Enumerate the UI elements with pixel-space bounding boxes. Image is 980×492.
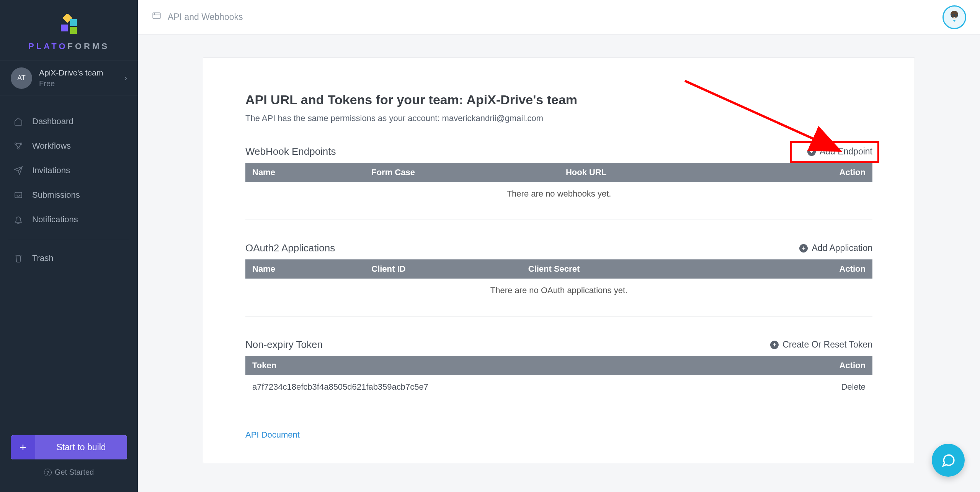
page-subtitle: The API has the same permissions as your… <box>245 113 872 123</box>
svg-point-6 <box>18 148 19 149</box>
col-action: Action <box>797 356 872 375</box>
send-icon <box>13 165 24 176</box>
logo-icon <box>59 14 79 36</box>
col-form-case: Form Case <box>364 163 559 182</box>
team-plan: Free <box>39 78 124 89</box>
sidebar-item-submissions[interactable]: Submissions <box>0 183 138 207</box>
trash-icon <box>13 253 24 264</box>
plus-icon: + <box>11 435 35 459</box>
oauth-empty: There are no OAuth applications yet. <box>245 279 872 302</box>
svg-rect-2 <box>61 25 68 31</box>
brand-logo[interactable]: PLATOFORMS <box>0 0 138 61</box>
team-name: ApiX-Drive's team <box>39 67 124 78</box>
sidebar-item-notifications[interactable]: Notifications <box>0 207 138 232</box>
api-settings-card: API URL and Tokens for your team: ApiX-D… <box>203 57 915 463</box>
col-name: Name <box>245 259 364 279</box>
col-client-secret: Client Secret <box>521 259 797 279</box>
chat-support-button[interactable] <box>932 444 965 477</box>
col-action: Action <box>797 259 872 279</box>
svg-point-4 <box>15 143 16 144</box>
nav-label: Trash <box>32 253 53 263</box>
webhooks-title: WebHook Endpoints <box>245 146 336 157</box>
token-table: Token Action a7f7234c18efcb3f4a8505d621f… <box>245 356 872 399</box>
oauth-section: OAuth2 Applications + Add Application Na… <box>245 242 872 317</box>
col-token: Token <box>245 356 797 375</box>
nav-label: Invitations <box>32 166 70 175</box>
get-started-link[interactable]: ?Get Started <box>11 468 127 477</box>
col-client-id: Client ID <box>364 259 521 279</box>
bell-icon <box>13 214 24 225</box>
add-application-button[interactable]: + Add Application <box>799 243 872 253</box>
home-icon <box>13 116 24 127</box>
topbar: API and Webhooks <box>138 0 980 34</box>
api-icon <box>152 11 162 23</box>
plus-circle-icon: + <box>799 244 808 253</box>
oauth-title: OAuth2 Applications <box>245 242 335 254</box>
sidebar: PLATOFORMS AT ApiX-Drive's team Free › D… <box>0 0 138 492</box>
col-hook-url: Hook URL <box>559 163 797 182</box>
start-to-build-button[interactable]: + Start to build <box>11 435 127 459</box>
svg-rect-3 <box>70 27 77 34</box>
delete-token-link[interactable]: Delete <box>841 382 866 392</box>
annotation-highlight-box <box>790 141 879 163</box>
nav-label: Notifications <box>32 215 78 225</box>
create-reset-token-button[interactable]: + Create Or Reset Token <box>770 339 872 350</box>
webhooks-section: WebHook Endpoints + Add Endpoint Name Fo… <box>245 146 872 220</box>
plus-circle-icon: + <box>770 341 779 349</box>
team-switcher[interactable]: AT ApiX-Drive's team Free › <box>0 61 138 95</box>
sidebar-item-trash[interactable]: Trash <box>0 246 138 271</box>
token-section: Non-expiry Token + Create Or Reset Token… <box>245 339 872 413</box>
token-title: Non-expiry Token <box>245 339 323 351</box>
token-value: a7f7234c18efcb3f4a8505d621fab359acb7c5e7 <box>245 375 797 399</box>
nav-label: Workflows <box>32 141 71 151</box>
svg-rect-1 <box>70 19 77 26</box>
api-document-link[interactable]: API Document <box>245 430 300 440</box>
oauth-table: Name Client ID Client Secret Action Ther… <box>245 259 872 302</box>
inbox-icon <box>13 190 24 200</box>
sidebar-item-workflows[interactable]: Workflows <box>0 134 138 158</box>
page-title: API URL and Tokens for your team: ApiX-D… <box>245 92 872 107</box>
svg-point-5 <box>20 143 22 144</box>
sidebar-item-invitations[interactable]: Invitations <box>0 158 138 183</box>
chevron-right-icon: › <box>124 74 127 82</box>
col-action: Action <box>797 163 872 182</box>
nav-divider <box>8 239 129 239</box>
help-icon: ? <box>44 469 52 476</box>
webhooks-empty: There are no webhooks yet. <box>245 182 872 206</box>
workflow-icon <box>13 141 24 151</box>
col-name: Name <box>245 163 364 182</box>
logo-text: PLATOFORMS <box>0 41 138 51</box>
team-avatar: AT <box>11 67 32 89</box>
breadcrumb-label: API and Webhooks <box>168 12 243 22</box>
webhooks-table: Name Form Case Hook URL Action There are… <box>245 163 872 206</box>
sidebar-item-dashboard[interactable]: Dashboard <box>0 109 138 134</box>
user-avatar[interactable] <box>942 5 966 29</box>
table-row: a7f7234c18efcb3f4a8505d621fab359acb7c5e7… <box>245 375 872 399</box>
nav-label: Submissions <box>32 190 80 200</box>
breadcrumb: API and Webhooks <box>152 11 243 23</box>
start-build-label: Start to build <box>35 435 127 459</box>
svg-rect-8 <box>153 13 160 18</box>
sidebar-nav: Dashboard Workflows Invitations Submissi… <box>0 95 138 271</box>
nav-label: Dashboard <box>32 116 74 126</box>
